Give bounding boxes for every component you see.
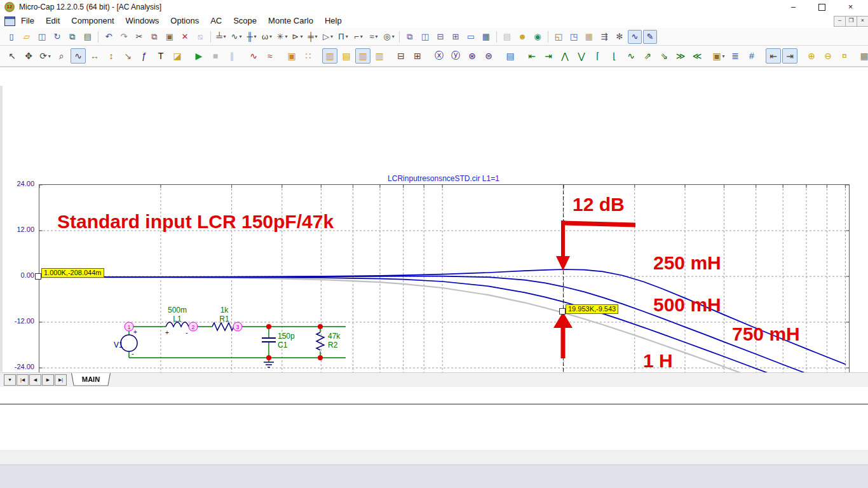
left-cursor-tag[interactable]: 1.000K,-208.044m [41,268,104,278]
text-tool-icon[interactable]: T [153,48,168,64]
switch-icon[interactable]: ⌐▾ [351,30,365,44]
fx-scale-icon[interactable]: ⊛ [465,48,480,64]
sine-source-icon[interactable]: ≈▾ [367,30,381,44]
resistor-r2[interactable] [316,332,324,350]
last-page-button[interactable]: ▶| [55,374,67,386]
paste-icon[interactable]: ▣ [163,30,177,44]
redo-icon[interactable]: ↷ [117,30,131,44]
dropdown-arrow-icon[interactable]: ▾ [360,34,363,39]
inductor-icon[interactable]: ω▾ [260,30,274,44]
plot-one-icon[interactable]: ▥ [322,48,337,64]
plot-separate-icon[interactable]: ▥ [372,48,387,64]
left-cursor-mode-icon[interactable]: ⇤ [766,48,781,64]
menu-ac[interactable]: AC [205,14,227,27]
menu-scope[interactable]: Scope [227,14,262,27]
select-mode-icon[interactable]: ↖ [4,48,20,64]
cursor-high-icon[interactable]: ⌈ [590,48,606,64]
cursor-slope-down-icon[interactable]: ⇘ [656,48,672,64]
y-scale-icon[interactable]: ⓨ [448,48,463,64]
dropdown-arrow-icon[interactable]: ▾ [285,34,287,39]
pause-icon[interactable]: ∥ [224,48,240,64]
web-help-icon[interactable]: ◉ [531,30,545,44]
dropdown-arrow-icon[interactable]: ▾ [392,34,395,39]
revert-file-icon[interactable]: ↻ [50,30,64,44]
diode-icon[interactable]: ⊳▾ [290,30,304,44]
capacitor-c1[interactable] [262,338,276,342]
preferences-tools-icon[interactable]: ✻ [613,30,627,44]
new-file-icon[interactable]: ▯ [4,30,18,44]
right-cursor-mode-icon[interactable]: ⇥ [782,48,797,64]
right-cursor-tag[interactable]: 19.953K,-9.543 [566,304,618,314]
document-icon[interactable] [4,17,15,26]
cursor-valley-icon[interactable]: ⋁ [574,48,589,64]
data-points-icon[interactable]: ∿ [246,48,261,64]
scale-horizontal-icon[interactable]: ↔ [87,48,102,64]
numeric-output-icon[interactable]: # [744,48,759,64]
data-point-labels-icon[interactable]: ∷ [301,48,316,64]
properties-icon[interactable]: ▤ [503,48,518,64]
dropdown-arrow-icon[interactable]: ▾ [48,53,51,59]
cursor-low-icon[interactable]: ⌊ [607,48,622,64]
opamp-icon[interactable]: ▷▾ [321,30,335,44]
menu-help[interactable]: Help [319,14,348,27]
ground-icon[interactable]: ╧▾ [214,30,228,44]
zoom-out-icon[interactable]: ⊖ [820,48,836,64]
dropdown-arrow-icon[interactable]: ▾ [239,34,241,39]
circuit-schematic[interactable]: 500m L1 1k R1 150p C1 47k R2 V1 + - + - … [112,295,353,375]
prev-page-button[interactable]: ◀ [29,374,41,386]
first-page-button[interactable]: |◀ [17,374,29,386]
maximize-button[interactable] [808,0,836,14]
calculator-icon[interactable]: ▦ [479,30,493,44]
cut-icon[interactable]: ✂ [132,30,146,44]
zoom-select-icon[interactable]: ⌕ [54,48,69,64]
rotate-icon[interactable]: ⟳▾ [37,48,53,64]
menu-component[interactable]: Component [65,14,119,27]
scale-region-icon[interactable]: ↘ [120,48,135,64]
mdi-close-button[interactable]: × [857,16,868,27]
menu-edit[interactable]: Edit [40,14,65,27]
tab-main[interactable]: MAIN [71,373,111,386]
save-file-icon[interactable]: ◫ [35,30,49,44]
dropdown-arrow-icon[interactable]: ▾ [376,34,378,39]
cursor-peak-icon[interactable]: ⋀ [557,48,573,64]
stop-icon[interactable]: ■ [208,48,223,64]
plot-edit-icon[interactable]: ✎ [643,30,657,44]
battery-icon[interactable]: ╪▾ [306,30,320,44]
print-icon[interactable]: ▤ [81,30,95,44]
right-cursor-marker[interactable] [559,308,566,315]
resistor-r1[interactable] [212,323,234,330]
page-dropdown-button[interactable]: ▼ [4,374,16,386]
horizontal-cursor-icon[interactable]: ⊟ [393,48,409,64]
mdi-restore-button[interactable]: ❐ [845,16,857,27]
voltage-source-v1[interactable] [121,335,137,351]
animate-icon[interactable]: ◱ [552,30,566,44]
pan-hand-icon[interactable]: ✥ [21,48,36,64]
connector-icon[interactable]: ✳▾ [275,30,289,44]
capacitor-icon[interactable]: ╫▾ [245,30,259,44]
dropdown-arrow-icon[interactable]: ▾ [346,34,348,39]
print-preview-icon[interactable]: ⧉ [65,30,79,44]
zoom-percent-icon[interactable]: ¤ [837,48,852,64]
user-source-icon[interactable]: ◎▾ [382,30,396,44]
ruler-icon[interactable]: ▣ [284,48,299,64]
dropdown-arrow-icon[interactable]: ▾ [330,34,333,39]
overlap-windows-icon[interactable]: ⊞ [449,30,463,44]
clipboard-copy-icon[interactable]: ▣▾ [711,48,726,64]
menu-options[interactable]: Options [165,14,205,27]
tile-vertical-icon[interactable]: ◫ [418,30,432,44]
resistor-icon[interactable]: ∿▾ [229,30,243,44]
axis-format-icon[interactable]: ⊜ [481,48,496,64]
tile-horizontal-icon[interactable]: ⊟ [433,30,447,44]
user-account-icon[interactable]: ☻ [515,30,529,44]
delete-icon[interactable]: ✕ [178,30,192,44]
minimize-button[interactable]: – [779,0,808,14]
cursor-inflection-icon[interactable]: ∿ [623,48,639,64]
zoom-in-icon[interactable]: ⊕ [804,48,819,64]
copy-icon[interactable]: ⧉ [147,30,161,44]
paste-special-icon[interactable]: ⧅ [193,30,207,44]
dropdown-arrow-icon[interactable]: ▾ [224,34,226,39]
align-cursors-icon[interactable]: ⊞ [410,48,425,64]
analysis-plot-icon[interactable]: ∿ [628,30,642,44]
dropdown-arrow-icon[interactable]: ▾ [722,53,725,59]
cursor-global-high-icon[interactable]: ≫ [673,48,688,64]
